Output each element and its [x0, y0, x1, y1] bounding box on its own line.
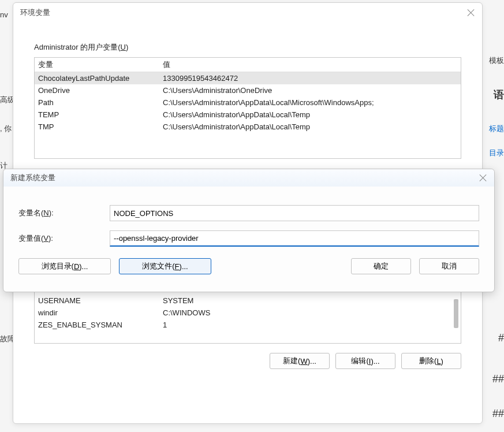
col-header-val[interactable]: 值: [159, 58, 461, 72]
var-name-cell: OneDrive: [35, 84, 159, 96]
close-icon[interactable]: [467, 9, 475, 17]
browse-file-button[interactable]: 浏览文件(F)...: [119, 258, 211, 274]
table-row[interactable]: PathC:\Users\Administrator\AppData\Local…: [35, 96, 461, 109]
table-row[interactable]: TMPC:\Users\Administrator\AppData\Local\…: [35, 121, 461, 133]
var-name-label: 变量名(N):: [18, 208, 110, 218]
var-value-cell: 133099519543462472: [159, 72, 461, 85]
var-value-cell: C:\Users\Administrator\AppData\Local\Tem…: [159, 121, 461, 133]
var-name-cell: TMP: [35, 121, 159, 133]
var-value-cell: C:\Users\Administrator\OneDrive: [159, 84, 461, 96]
var-name-cell: TEMP: [35, 109, 159, 121]
bg-frag: ##: [492, 408, 504, 420]
var-value-cell: SYSTEM: [159, 295, 461, 307]
var-name-cell: USERNAME: [35, 295, 159, 307]
bg-frag: 模板: [489, 55, 504, 66]
var-value-cell: C:\Users\Administrator\AppData\Local\Tem…: [159, 109, 461, 121]
var-value-cell: 1: [159, 319, 461, 331]
bg-frag: ##: [492, 373, 504, 385]
var-name-cell: Path: [35, 96, 159, 109]
var-name-cell: ZES_ENABLE_SYSMAN: [35, 319, 159, 331]
var-value-label: 变量值(V):: [18, 233, 110, 244]
var-value-input[interactable]: [110, 230, 479, 247]
new-var-titlebar[interactable]: 新建系统变量: [3, 169, 494, 187]
edit-system-var-button[interactable]: 编辑(I)...: [335, 353, 395, 369]
close-icon[interactable]: [479, 174, 487, 182]
user-vars-label: Administrator 的用户变量(U): [34, 42, 482, 53]
table-row[interactable]: TEMPC:\Users\Administrator\AppData\Local…: [35, 109, 461, 121]
var-name-cell: windir: [35, 307, 159, 319]
delete-system-var-button[interactable]: 删除(L): [401, 353, 461, 369]
browse-directory-button[interactable]: 浏览目录(D)...: [18, 258, 111, 274]
table-row[interactable]: ChocolateyLastPathUpdate1330995195434624…: [35, 72, 461, 85]
env-titlebar[interactable]: 环境变量: [13, 3, 482, 23]
bg-frag: , 你: [0, 124, 12, 134]
bg-frag: 语: [494, 88, 504, 102]
col-header-var[interactable]: 变量: [35, 58, 159, 72]
new-system-var-dialog: 新建系统变量 变量名(N): 变量值(V): 浏览目录(D)... 浏览文件(F…: [3, 169, 495, 292]
bg-frag: #: [498, 332, 504, 344]
table-row[interactable]: USERNAMESYSTEM: [35, 295, 461, 307]
var-value-cell: C:\Users\Administrator\AppData\Local\Mic…: [159, 96, 461, 109]
table-row[interactable]: windirC:\WINDOWS: [35, 307, 461, 319]
var-value-cell: C:\WINDOWS: [159, 307, 461, 319]
user-vars-table[interactable]: 变量 值 ChocolateyLastPathUpdate13309951954…: [34, 57, 461, 159]
cancel-button[interactable]: 取消: [419, 258, 479, 274]
var-name-cell: ChocolateyLastPathUpdate: [35, 72, 159, 85]
new-var-title: 新建系统变量: [10, 173, 55, 183]
table-row[interactable]: OneDriveC:\Users\Administrator\OneDrive: [35, 84, 461, 96]
bg-frag: 标题: [489, 124, 504, 134]
table-row[interactable]: ZES_ENABLE_SYSMAN1: [35, 319, 461, 331]
bg-frag: 目录: [489, 148, 504, 158]
bg-frag: nv: [0, 10, 8, 19]
var-name-input[interactable]: [110, 205, 479, 221]
ok-button[interactable]: 确定: [351, 258, 411, 274]
new-system-var-button[interactable]: 新建(W)...: [270, 353, 330, 369]
env-title: 环境变量: [20, 8, 50, 18]
